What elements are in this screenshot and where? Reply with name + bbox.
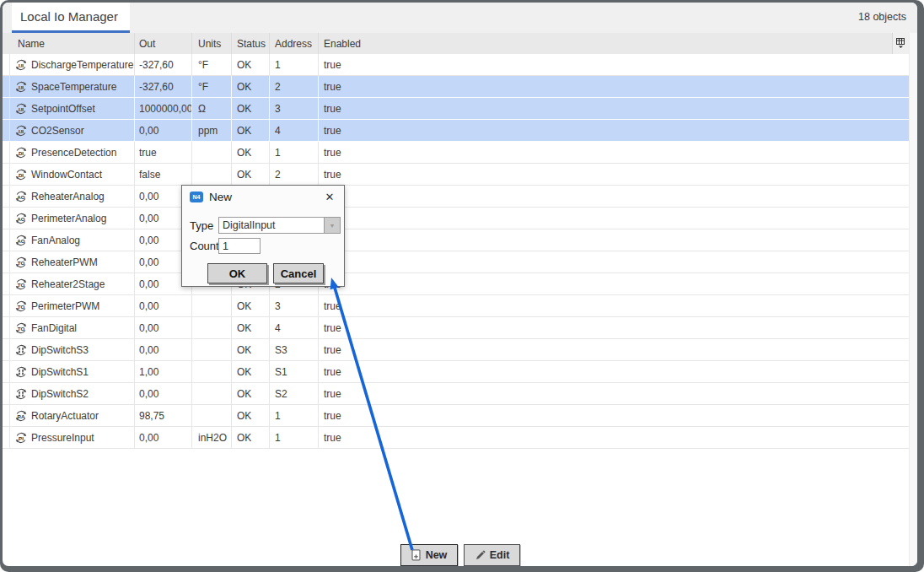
type-dropdown[interactable]: DigitalInput ▼ xyxy=(218,217,341,234)
cell-status: OK xyxy=(232,120,270,141)
cell-name: AOReheaterAnalog xyxy=(9,186,135,207)
cell-status: OK xyxy=(232,54,270,75)
cell-units: °F xyxy=(192,76,232,97)
table-row[interactable]: PIPressureInput0,00inH2OOK1true xyxy=(3,427,909,449)
table-row[interactable]: TOFanDigital0,00OK4true xyxy=(3,317,909,339)
svg-text:UI: UI xyxy=(19,105,24,111)
table-row[interactable]: UISpaceTemperature-327,60°FOK2true xyxy=(3,76,909,98)
table-row[interactable]: DipSwitchS11,00OKS1true xyxy=(3,361,909,383)
cell-en: true xyxy=(319,164,909,185)
cell-en: true xyxy=(319,76,909,97)
chevron-down-icon[interactable]: ▼ xyxy=(324,218,340,233)
cell-addr: 1 xyxy=(270,405,319,426)
point-name: PresenceDetection xyxy=(31,147,116,159)
new-button-label: New xyxy=(426,549,448,561)
cell-status: OK xyxy=(232,383,270,404)
table-row[interactable]: AOReheaterAnalog0,00 xyxy=(3,186,909,208)
table-row[interactable]: DIWindowContactfalseOK2true xyxy=(3,164,909,186)
edit-pencil-icon xyxy=(475,550,486,561)
cell-name: UICO2Sensor xyxy=(9,120,135,141)
cell-status: OK xyxy=(232,98,270,119)
cell-out: 1,00 xyxy=(135,361,192,382)
point-ra-icon: RA xyxy=(14,409,28,423)
table-header: Name Out Units Status Address Enabled xyxy=(3,33,909,54)
cell-status: OK xyxy=(232,164,270,185)
point-name: FanDigital xyxy=(31,322,77,334)
cell-units: °F xyxy=(192,54,232,75)
edit-button[interactable]: Edit xyxy=(464,544,520,566)
cell-en: true xyxy=(319,98,909,119)
table-row[interactable]: AOFanAnalog0,00 xyxy=(3,229,909,251)
new-document-icon xyxy=(411,549,422,561)
table-row[interactable]: UIDischargeTemperature-327,60°FOK1true xyxy=(3,54,909,76)
column-header-status[interactable]: Status xyxy=(232,33,270,54)
column-header-name[interactable]: Name xyxy=(3,33,135,54)
table-row[interactable]: UICO2Sensor0,00ppmOK4true xyxy=(3,120,909,142)
column-header-enabled[interactable]: Enabled xyxy=(319,33,909,54)
table-row[interactable]: TOReheaterPWM0,00 xyxy=(3,251,909,273)
column-header-address[interactable]: Address xyxy=(270,33,319,54)
cell-addr: 2 xyxy=(270,76,319,97)
table-row[interactable]: DIPresenceDetectiontrueOK1true xyxy=(3,142,909,164)
cell-en: true xyxy=(319,317,909,338)
cell-out: 0,00 xyxy=(135,317,192,338)
type-dropdown-value: DigitalInput xyxy=(219,219,324,231)
point-ui-icon: UI xyxy=(14,80,28,94)
cell-addr: 3 xyxy=(270,98,319,119)
local-io-manager-view: Local Io Manager 18 objects Name Out Uni… xyxy=(3,3,917,566)
cell-units: ppm xyxy=(192,120,232,141)
cell-units xyxy=(192,339,232,360)
svg-text:DI: DI xyxy=(19,171,24,177)
cell-status: OK xyxy=(232,76,270,97)
tab-local-io-manager[interactable]: Local Io Manager xyxy=(12,3,130,33)
point-ui-icon: UI xyxy=(14,102,28,116)
cell-addr: 4 xyxy=(270,120,319,141)
table-row[interactable]: AOPerimeterAnalog0,00 xyxy=(3,208,909,229)
ok-button[interactable]: OK xyxy=(207,263,267,283)
svg-text:UI: UI xyxy=(19,62,24,67)
table-row[interactable]: TOReheater2Stage0,00OK2true xyxy=(3,273,909,295)
cell-name: RARotaryActuator xyxy=(9,405,135,426)
point-name: RotaryActuator xyxy=(31,410,99,422)
cell-name: TOReheaterPWM xyxy=(9,251,135,273)
svg-text:TO: TO xyxy=(18,325,25,331)
svg-text:AO: AO xyxy=(17,237,24,243)
cell-name: UIDischargeTemperature xyxy=(9,54,135,75)
column-config-button[interactable] xyxy=(892,33,909,54)
cell-units xyxy=(192,164,232,185)
table-row[interactable]: DipSwitchS20,00OKS2true xyxy=(3,383,909,405)
new-button[interactable]: New xyxy=(400,544,458,566)
column-header-units[interactable]: Units xyxy=(192,33,232,54)
cancel-button[interactable]: Cancel xyxy=(273,263,324,283)
cell-out: false xyxy=(135,164,192,185)
table-row[interactable]: TOPerimeterPWM0,00OK3true xyxy=(3,295,909,317)
cell-units xyxy=(192,405,232,426)
cell-out: true xyxy=(135,142,192,163)
table-row[interactable]: RARotaryActuator98,75OK1true xyxy=(3,405,909,427)
point-name: PressureInput xyxy=(31,432,94,444)
cell-en: true xyxy=(319,427,909,448)
type-label: Type xyxy=(190,219,213,232)
dialog-titlebar[interactable]: N4 New xyxy=(182,186,344,208)
dialog-close-icon[interactable]: ✕ xyxy=(323,190,336,203)
cell-units xyxy=(192,142,232,163)
vertical-scrollbar[interactable] xyxy=(909,33,917,566)
cell-addr: 1 xyxy=(270,54,319,75)
table-row[interactable]: UISetpointOffset1000000,00ΩOK3true xyxy=(3,98,909,120)
cell-out: 1000000,00 xyxy=(135,98,192,119)
cell-name: DipSwitchS2 xyxy=(9,383,135,404)
count-input[interactable] xyxy=(218,238,261,254)
svg-text:TO: TO xyxy=(18,281,25,287)
cell-units: Ω xyxy=(192,98,232,119)
table-row[interactable]: DipSwitchS30,00OKS3true xyxy=(3,339,909,361)
cell-en: true xyxy=(319,361,909,382)
cell-name: AOPerimeterAnalog xyxy=(9,208,135,229)
cell-addr: 3 xyxy=(270,295,319,316)
cell-addr: 1 xyxy=(270,142,319,163)
cell-en: true xyxy=(319,54,909,75)
edit-button-label: Edit xyxy=(490,549,510,561)
point-di-icon: DI xyxy=(14,146,28,159)
cell-name: DIPresenceDetection xyxy=(9,142,135,163)
column-header-out[interactable]: Out xyxy=(135,33,192,54)
svg-text:RA: RA xyxy=(18,413,25,418)
